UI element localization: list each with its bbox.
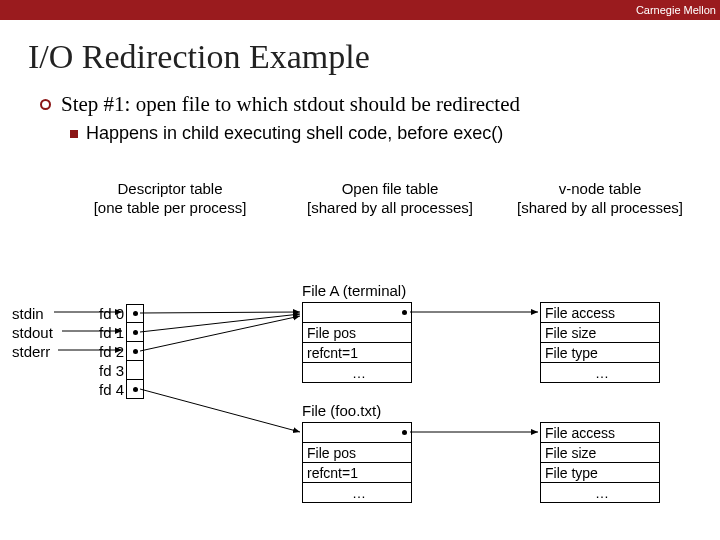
descriptor-table-label: Descriptor table [one table per process]	[70, 180, 270, 218]
table-row: File access	[540, 303, 660, 323]
table-row: File size	[540, 443, 660, 463]
org-label: Carnegie Mellon	[636, 4, 716, 16]
table-row: refcnt=1	[302, 343, 412, 363]
dot-icon	[133, 330, 138, 335]
circle-bullet-icon	[40, 99, 51, 110]
diagram: stdin stdout stderr fd 0 fd 1 fd 2 fd 3 …	[0, 272, 720, 532]
fd-table: fd 0 fd 1 fd 2 fd 3 fd 4	[92, 304, 144, 399]
table-row: File size	[540, 323, 660, 343]
table-row: …	[540, 483, 660, 503]
sub-line: Happens in child executing shell code, b…	[70, 123, 720, 144]
std-labels: stdin stdout stderr	[12, 304, 53, 361]
svg-line-4	[140, 314, 300, 332]
file-a-title: File A (terminal)	[302, 282, 406, 299]
svg-line-5	[140, 316, 300, 351]
content: Step #1: open file to which stdout shoul…	[0, 92, 720, 218]
column-labels: Descriptor table [one table per process]…	[40, 180, 720, 218]
dot-icon	[133, 311, 138, 316]
dot-icon	[133, 387, 138, 392]
open-file-table-label: Open file table [shared by all processes…	[290, 180, 490, 218]
table-row: File pos	[302, 443, 412, 463]
table-row: fd 3	[92, 361, 144, 380]
table-row: refcnt=1	[302, 463, 412, 483]
page-title: I/O Redirection Example	[0, 20, 720, 92]
table-row: …	[302, 363, 412, 383]
file-b-table: File pos refcnt=1 …	[302, 422, 412, 503]
table-row: fd 0	[92, 304, 144, 323]
stdin-label: stdin	[12, 304, 53, 323]
file-b-title: File (foo.txt)	[302, 402, 381, 419]
table-row: …	[302, 483, 412, 503]
stderr-label: stderr	[12, 342, 53, 361]
vnode-b-table: File access File size File type …	[540, 422, 660, 503]
step-line: Step #1: open file to which stdout shoul…	[40, 92, 720, 117]
table-row: fd 1	[92, 323, 144, 342]
file-a-table: File pos refcnt=1 …	[302, 302, 412, 383]
table-row: File pos	[302, 323, 412, 343]
table-row: …	[540, 363, 660, 383]
vnode-table-label: v-node table [shared by all processes]	[500, 180, 700, 218]
table-row: File type	[540, 343, 660, 363]
svg-line-6	[140, 389, 300, 432]
stdout-label: stdout	[12, 323, 53, 342]
vnode-a-table: File access File size File type …	[540, 302, 660, 383]
dot-icon	[402, 430, 407, 435]
sub-text: Happens in child executing shell code, b…	[86, 123, 503, 144]
table-row: fd 4	[92, 380, 144, 399]
svg-line-3	[140, 312, 300, 313]
table-row: fd 2	[92, 342, 144, 361]
header-bar: Carnegie Mellon	[0, 0, 720, 20]
table-row	[302, 303, 412, 323]
table-row: File type	[540, 463, 660, 483]
table-row	[302, 423, 412, 443]
step-text: Step #1: open file to which stdout shoul…	[61, 92, 520, 117]
dot-icon	[133, 349, 138, 354]
dot-icon	[402, 310, 407, 315]
square-bullet-icon	[70, 130, 78, 138]
table-row: File access	[540, 423, 660, 443]
